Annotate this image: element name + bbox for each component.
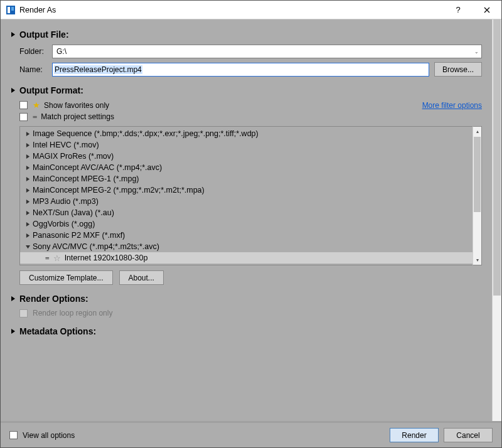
render-loop-checkbox [19, 309, 28, 317]
tree-node-expanded[interactable]: Sony AVC/MVC (*.mp4;*.m2ts;*.avc) [20, 241, 473, 252]
section-output-format-label: Output Format: [19, 85, 83, 95]
chevron-right-icon [25, 132, 30, 136]
match-project-checkbox[interactable] [19, 113, 28, 121]
name-input[interactable]: PressReleaseProject.mp4 [52, 63, 429, 77]
star-icon: ★ [33, 100, 40, 110]
tree-node[interactable]: MAGIX ProRes (*.mov) [20, 151, 473, 162]
section-render-options[interactable]: Render Options: [11, 294, 482, 304]
scroll-down-icon[interactable]: ▾ [473, 255, 481, 265]
chevron-right-icon [25, 233, 30, 238]
chevron-right-icon [25, 211, 30, 215]
name-value: PressReleaseProject.mp4 [54, 65, 142, 74]
section-metadata-options-label: Metadata Options: [19, 326, 96, 336]
dialog-body: Output File: Folder: G:\ ⌄ Name: PressRe… [1, 19, 501, 421]
chevron-down-icon [25, 245, 30, 249]
section-output-format[interactable]: Output Format: [11, 85, 482, 95]
chevron-right-icon [25, 222, 30, 227]
preset-label: Internet 1920x1080-30p [65, 253, 148, 262]
section-output-file[interactable]: Output File: [11, 29, 482, 40]
dialog-footer: View all options Render Cancel [1, 421, 501, 447]
customize-template-button[interactable]: Customize Template... [19, 270, 113, 285]
tree-node[interactable]: MP3 Audio (*.mp3) [20, 196, 473, 207]
body-scrollbar[interactable] [492, 19, 501, 421]
name-label: Name: [19, 65, 52, 74]
show-favorites-checkbox[interactable] [19, 101, 28, 109]
about-button[interactable]: About... [119, 270, 164, 285]
folder-value: G:\ [56, 47, 67, 56]
chevron-right-icon [25, 200, 30, 204]
format-tree[interactable]: Image Sequence (*.bmp;*.dds;*.dpx;*.exr;… [19, 126, 473, 265]
browse-button[interactable]: Browse... [434, 62, 482, 77]
help-button[interactable]: ? [444, 1, 473, 19]
equals-icon: = [33, 112, 37, 121]
scroll-thumb[interactable] [493, 19, 501, 296]
render-button[interactable]: Render [390, 428, 439, 442]
render-loop-label: Render loop region only [33, 309, 112, 317]
tree-scrollbar[interactable]: ▴ ▾ [473, 126, 482, 265]
equals-icon: = [45, 254, 50, 262]
tree-node[interactable]: Image Sequence (*.bmp;*.dds;*.dpx;*.exr;… [20, 128, 473, 139]
tree-node[interactable]: Intel HEVC (*.mov) [20, 139, 473, 151]
chevron-right-icon [25, 188, 30, 193]
chevron-right-icon [11, 296, 16, 301]
tree-node[interactable]: Panasonic P2 MXF (*.mxf) [20, 230, 473, 241]
window-title: Render As [19, 6, 56, 14]
view-all-checkbox[interactable] [9, 431, 18, 439]
section-metadata-options[interactable]: Metadata Options: [11, 326, 482, 336]
folder-combobox[interactable]: G:\ ⌄ [52, 45, 482, 58]
chevron-right-icon [11, 32, 16, 37]
section-output-file-label: Output File: [19, 29, 69, 40]
chevron-right-icon [25, 143, 30, 147]
view-all-label: View all options [23, 431, 75, 440]
tree-preset-selected[interactable]: = ☆ Internet 1920x1080-30p [20, 252, 473, 264]
chevron-right-icon [25, 154, 30, 159]
tree-node[interactable]: MainConcept AVC/AAC (*.mp4;*.avc) [20, 162, 473, 173]
app-icon [6, 5, 16, 15]
chevron-right-icon [11, 329, 16, 334]
cancel-button[interactable]: Cancel [444, 428, 493, 442]
titlebar: Render As ? [1, 1, 501, 19]
tree-node[interactable]: MainConcept MPEG-2 (*.mpg;*.m2v;*.m2t;*.… [20, 184, 473, 196]
chevron-right-icon [25, 166, 30, 170]
show-favorites-label: Show favorites only [44, 101, 109, 110]
more-filter-link[interactable]: More filter options [422, 101, 482, 110]
render-as-dialog: Render As ? Output File: Folder: G:\ ⌄ N… [0, 0, 502, 448]
svg-rect-2 [11, 7, 14, 11]
folder-label: Folder: [19, 47, 52, 56]
chevron-right-icon [25, 177, 30, 181]
tree-node[interactable]: MainConcept MPEG-1 (*.mpg) [20, 173, 473, 184]
star-outline-icon: ☆ [53, 253, 61, 263]
scroll-thumb[interactable] [474, 137, 481, 212]
close-button[interactable] [473, 1, 501, 19]
tree-node[interactable]: NeXT/Sun (Java) (*.au) [20, 207, 473, 218]
chevron-right-icon [11, 88, 16, 93]
section-render-options-label: Render Options: [19, 294, 88, 304]
chevron-down-icon: ⌄ [474, 49, 479, 55]
scroll-up-icon[interactable]: ▴ [473, 127, 481, 136]
svg-rect-1 [8, 7, 10, 13]
match-project-label: Match project settings [41, 112, 114, 121]
tree-node[interactable]: OggVorbis (*.ogg) [20, 218, 473, 230]
